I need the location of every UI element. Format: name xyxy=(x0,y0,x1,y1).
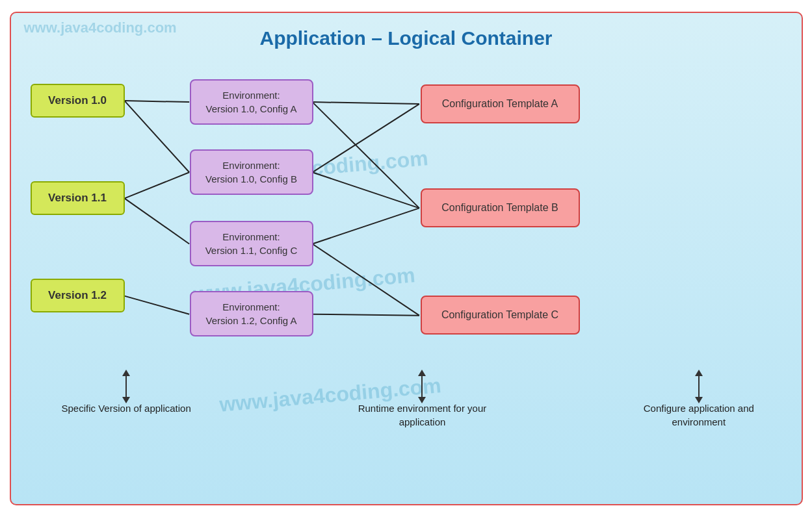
svg-line-7 xyxy=(312,104,419,172)
env-box-4: Environment:Version 1.2, Config A xyxy=(190,291,313,336)
bottom-label-runtime: Runtime environment for your application xyxy=(357,374,487,429)
svg-line-3 xyxy=(124,198,189,244)
config-box-a: Configuration Template A xyxy=(421,84,580,123)
bottom-text-version: Specific Version of application xyxy=(62,401,191,415)
arrow-runtime xyxy=(421,374,423,399)
arrow-version xyxy=(125,374,127,399)
bottom-label-config: Configure application and environment xyxy=(634,374,764,429)
svg-line-10 xyxy=(312,244,419,315)
svg-line-9 xyxy=(312,208,419,244)
svg-line-8 xyxy=(312,172,419,208)
env-box-3: Environment:Version 1.1, Config C xyxy=(190,221,313,266)
version-box-1: Version 1.0 xyxy=(31,84,125,118)
diagram-area: Version 1.0 Version 1.1 Version 1.2 Envi… xyxy=(31,62,782,439)
svg-line-5 xyxy=(312,102,419,104)
bottom-text-runtime: Runtime environment for your application xyxy=(357,401,487,429)
env-box-2: Environment:Version 1.0, Config B xyxy=(190,149,313,195)
arrow-config xyxy=(698,374,700,399)
svg-line-0 xyxy=(124,101,189,102)
bottom-label-version: Specific Version of application xyxy=(61,374,191,415)
version-box-3: Version 1.2 xyxy=(31,279,125,312)
svg-line-6 xyxy=(312,102,419,208)
svg-line-4 xyxy=(124,296,189,314)
svg-line-2 xyxy=(124,172,189,198)
config-box-b: Configuration Template B xyxy=(421,188,580,227)
page-title: Application – Logical Container xyxy=(11,13,802,49)
svg-line-1 xyxy=(124,101,189,172)
main-container: www.java4coding.com www.java4coding.com … xyxy=(10,12,803,505)
version-box-2: Version 1.1 xyxy=(31,181,125,215)
config-box-c: Configuration Template C xyxy=(421,296,580,335)
env-box-1: Environment:Version 1.0, Config A xyxy=(190,79,313,125)
bottom-text-config: Configure application and environment xyxy=(634,401,764,429)
svg-line-11 xyxy=(312,314,419,316)
bottom-labels: Specific Version of application Runtime … xyxy=(31,374,782,439)
